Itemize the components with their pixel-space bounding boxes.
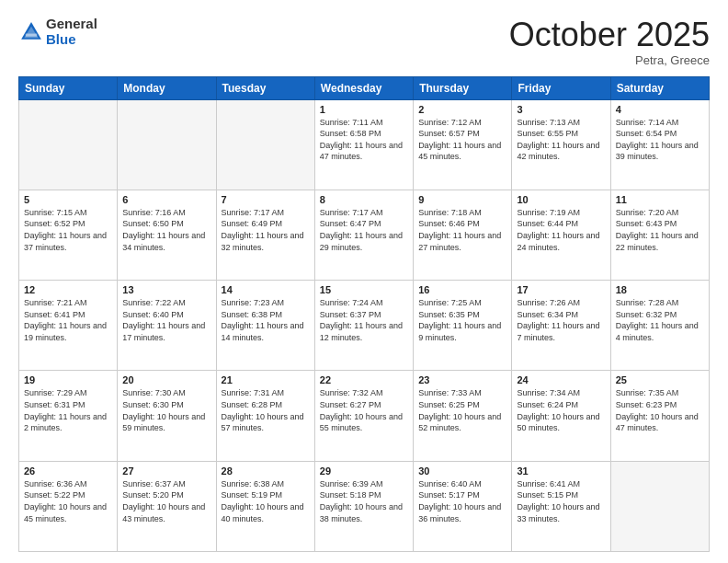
day-number: 30	[418, 465, 506, 477]
day-number: 11	[616, 194, 704, 205]
calendar-day-cell: 16Sunrise: 7:25 AM Sunset: 6:35 PM Dayli…	[414, 281, 512, 371]
day-info: Sunrise: 7:20 AM Sunset: 6:43 PM Dayligh…	[616, 207, 704, 253]
day-of-week-header: Friday	[512, 76, 610, 99]
calendar-day-cell	[19, 99, 118, 190]
day-info: Sunrise: 7:22 AM Sunset: 6:40 PM Dayligh…	[122, 297, 210, 343]
calendar-header-row: SundayMondayTuesdayWednesdayThursdayFrid…	[19, 76, 710, 99]
calendar-day-cell: 5Sunrise: 7:15 AM Sunset: 6:52 PM Daylig…	[19, 190, 118, 280]
day-number: 26	[24, 465, 112, 477]
day-info: Sunrise: 7:34 AM Sunset: 6:24 PM Dayligh…	[517, 387, 605, 433]
day-number: 6	[122, 194, 210, 205]
day-info: Sunrise: 7:35 AM Sunset: 6:23 PM Dayligh…	[616, 387, 704, 433]
day-info: Sunrise: 7:25 AM Sunset: 6:35 PM Dayligh…	[418, 297, 506, 343]
day-info: Sunrise: 7:28 AM Sunset: 6:32 PM Dayligh…	[616, 297, 704, 343]
day-number: 27	[122, 465, 210, 477]
calendar-day-cell: 1Sunrise: 7:11 AM Sunset: 6:58 PM Daylig…	[314, 99, 413, 190]
month-title: October 2025	[509, 17, 710, 53]
day-number: 24	[517, 374, 605, 385]
day-of-week-header: Thursday	[414, 76, 512, 99]
day-number: 25	[616, 374, 704, 385]
day-number: 8	[320, 194, 408, 205]
day-number: 23	[418, 374, 506, 385]
calendar-week-row: 1Sunrise: 7:11 AM Sunset: 6:58 PM Daylig…	[19, 99, 710, 190]
day-info: Sunrise: 7:17 AM Sunset: 6:47 PM Dayligh…	[320, 207, 408, 253]
day-number: 5	[24, 194, 112, 205]
day-info: Sunrise: 7:14 AM Sunset: 6:54 PM Dayligh…	[616, 117, 704, 163]
day-info: Sunrise: 7:32 AM Sunset: 6:27 PM Dayligh…	[320, 387, 408, 433]
svg-rect-2	[26, 33, 37, 36]
calendar-day-cell: 19Sunrise: 7:29 AM Sunset: 6:31 PM Dayli…	[19, 371, 118, 461]
day-info: Sunrise: 7:26 AM Sunset: 6:34 PM Dayligh…	[517, 297, 605, 343]
day-number: 28	[222, 465, 310, 477]
calendar-day-cell: 10Sunrise: 7:19 AM Sunset: 6:44 PM Dayli…	[512, 190, 610, 280]
day-info: Sunrise: 7:17 AM Sunset: 6:49 PM Dayligh…	[222, 207, 310, 253]
day-info: Sunrise: 6:39 AM Sunset: 5:18 PM Dayligh…	[320, 478, 408, 524]
day-number: 21	[222, 374, 310, 385]
day-info: Sunrise: 6:41 AM Sunset: 5:15 PM Dayligh…	[517, 478, 605, 524]
calendar-day-cell: 26Sunrise: 6:36 AM Sunset: 5:22 PM Dayli…	[19, 461, 118, 551]
calendar-day-cell: 22Sunrise: 7:32 AM Sunset: 6:27 PM Dayli…	[314, 371, 413, 461]
day-number: 1	[320, 104, 408, 115]
calendar-day-cell: 3Sunrise: 7:13 AM Sunset: 6:55 PM Daylig…	[512, 99, 610, 190]
logo-icon	[18, 19, 44, 45]
header: General Blue October 2025 Petra, Greece	[18, 17, 710, 67]
day-of-week-header: Wednesday	[314, 76, 413, 99]
day-number: 9	[418, 194, 506, 205]
calendar-week-row: 26Sunrise: 6:36 AM Sunset: 5:22 PM Dayli…	[19, 461, 710, 551]
calendar-week-row: 12Sunrise: 7:21 AM Sunset: 6:41 PM Dayli…	[19, 281, 710, 371]
calendar-day-cell: 8Sunrise: 7:17 AM Sunset: 6:47 PM Daylig…	[314, 190, 413, 280]
calendar-week-row: 5Sunrise: 7:15 AM Sunset: 6:52 PM Daylig…	[19, 190, 710, 280]
day-info: Sunrise: 7:21 AM Sunset: 6:41 PM Dayligh…	[24, 297, 112, 343]
day-number: 22	[320, 374, 408, 385]
calendar-day-cell: 21Sunrise: 7:31 AM Sunset: 6:28 PM Dayli…	[216, 371, 314, 461]
day-info: Sunrise: 7:30 AM Sunset: 6:30 PM Dayligh…	[122, 387, 210, 433]
day-info: Sunrise: 7:11 AM Sunset: 6:58 PM Dayligh…	[320, 117, 408, 163]
day-number: 4	[616, 104, 704, 115]
day-info: Sunrise: 6:36 AM Sunset: 5:22 PM Dayligh…	[24, 478, 112, 524]
day-info: Sunrise: 7:12 AM Sunset: 6:57 PM Dayligh…	[418, 117, 506, 163]
day-number: 18	[616, 284, 704, 295]
day-number: 13	[122, 284, 210, 295]
location-subtitle: Petra, Greece	[509, 53, 710, 67]
day-info: Sunrise: 7:29 AM Sunset: 6:31 PM Dayligh…	[24, 387, 112, 433]
calendar-day-cell	[216, 99, 314, 190]
calendar-day-cell: 7Sunrise: 7:17 AM Sunset: 6:49 PM Daylig…	[216, 190, 314, 280]
calendar-day-cell: 29Sunrise: 6:39 AM Sunset: 5:18 PM Dayli…	[314, 461, 413, 551]
day-of-week-header: Monday	[118, 76, 216, 99]
day-number: 7	[222, 194, 310, 205]
day-info: Sunrise: 7:18 AM Sunset: 6:46 PM Dayligh…	[418, 207, 506, 253]
day-of-week-header: Tuesday	[216, 76, 314, 99]
day-number: 29	[320, 465, 408, 477]
calendar-day-cell: 17Sunrise: 7:26 AM Sunset: 6:34 PM Dayli…	[512, 281, 610, 371]
calendar-table: SundayMondayTuesdayWednesdayThursdayFrid…	[18, 76, 710, 552]
calendar-day-cell: 25Sunrise: 7:35 AM Sunset: 6:23 PM Dayli…	[610, 371, 709, 461]
day-info: Sunrise: 7:24 AM Sunset: 6:37 PM Dayligh…	[320, 297, 408, 343]
calendar-day-cell: 24Sunrise: 7:34 AM Sunset: 6:24 PM Dayli…	[512, 371, 610, 461]
calendar-day-cell: 15Sunrise: 7:24 AM Sunset: 6:37 PM Dayli…	[314, 281, 413, 371]
day-number: 14	[222, 284, 310, 295]
calendar-page: General Blue October 2025 Petra, Greece …	[0, 0, 728, 563]
day-of-week-header: Saturday	[610, 76, 709, 99]
calendar-day-cell	[118, 99, 216, 190]
day-info: Sunrise: 7:23 AM Sunset: 6:38 PM Dayligh…	[222, 297, 310, 343]
day-info: Sunrise: 7:13 AM Sunset: 6:55 PM Dayligh…	[517, 117, 605, 163]
calendar-day-cell: 20Sunrise: 7:30 AM Sunset: 6:30 PM Dayli…	[118, 371, 216, 461]
calendar-day-cell: 13Sunrise: 7:22 AM Sunset: 6:40 PM Dayli…	[118, 281, 216, 371]
day-of-week-header: Sunday	[19, 76, 118, 99]
logo: General Blue	[18, 17, 97, 47]
calendar-day-cell: 11Sunrise: 7:20 AM Sunset: 6:43 PM Dayli…	[610, 190, 709, 280]
calendar-day-cell: 4Sunrise: 7:14 AM Sunset: 6:54 PM Daylig…	[610, 99, 709, 190]
calendar-day-cell: 30Sunrise: 6:40 AM Sunset: 5:17 PM Dayli…	[414, 461, 512, 551]
calendar-week-row: 19Sunrise: 7:29 AM Sunset: 6:31 PM Dayli…	[19, 371, 710, 461]
day-number: 17	[517, 284, 605, 295]
calendar-day-cell: 6Sunrise: 7:16 AM Sunset: 6:50 PM Daylig…	[118, 190, 216, 280]
calendar-day-cell	[610, 461, 709, 551]
calendar-day-cell: 23Sunrise: 7:33 AM Sunset: 6:25 PM Dayli…	[414, 371, 512, 461]
day-number: 10	[517, 194, 605, 205]
day-number: 31	[517, 465, 605, 477]
calendar-day-cell: 2Sunrise: 7:12 AM Sunset: 6:57 PM Daylig…	[414, 99, 512, 190]
day-number: 15	[320, 284, 408, 295]
calendar-day-cell: 31Sunrise: 6:41 AM Sunset: 5:15 PM Dayli…	[512, 461, 610, 551]
day-number: 3	[517, 104, 605, 115]
day-info: Sunrise: 7:15 AM Sunset: 6:52 PM Dayligh…	[24, 207, 112, 253]
